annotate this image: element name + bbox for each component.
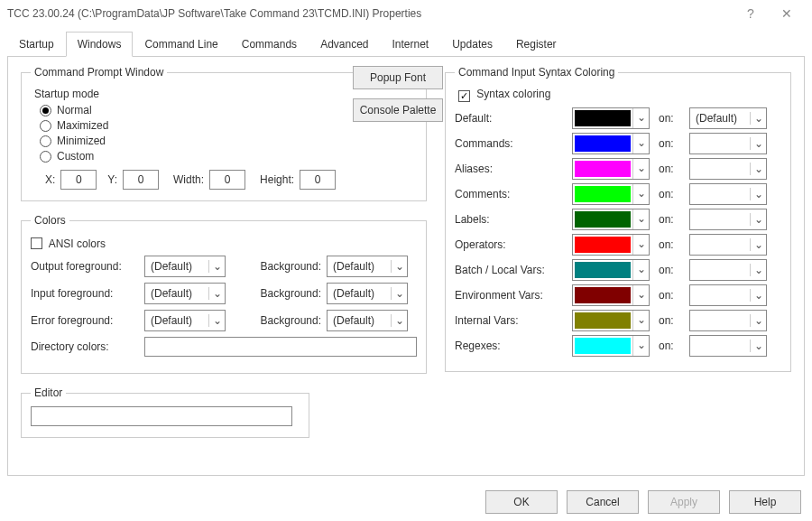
syntax-label: Aliases: [455, 163, 563, 175]
bg-combo[interactable]: (Default)⌄ [327, 310, 408, 331]
tab-commands[interactable]: Commands [230, 32, 309, 57]
fg-color-combo[interactable]: ⌄ [572, 234, 650, 256]
fg-combo[interactable]: (Default)⌄ [144, 310, 226, 331]
width-input[interactable]: 0 [209, 170, 245, 190]
chevron-down-icon: ⌄ [750, 314, 766, 327]
bg-color-combo[interactable]: ⌄ [689, 234, 767, 256]
editor-input[interactable] [31, 406, 292, 426]
help-icon[interactable]: ? [733, 6, 769, 21]
fg-color-combo[interactable]: ⌄ [572, 107, 650, 129]
fg-color-combo[interactable]: ⌄ [572, 259, 650, 281]
height-input[interactable]: 0 [300, 170, 336, 190]
chevron-down-icon: ⌄ [750, 264, 766, 276]
group-syntax-coloring: Command Input Syntax Coloring Syntax col… [445, 66, 791, 372]
syntax-label: Comments: [455, 188, 563, 200]
tab-advanced[interactable]: Advanced [309, 32, 380, 57]
fg-label: Output foreground: [31, 260, 139, 273]
bg-color-combo[interactable]: ⌄ [689, 335, 767, 357]
bg-combo[interactable]: (Default)⌄ [327, 283, 408, 304]
tab-updates[interactable]: Updates [440, 32, 504, 57]
directory-colors-label: Directory colors: [31, 340, 139, 353]
bg-color-combo[interactable]: ⌄ [689, 158, 767, 180]
legend-syntax: Command Input Syntax Coloring [455, 66, 618, 79]
syntax-coloring-label: Syntax coloring [476, 88, 550, 100]
syntax-coloring-checkbox[interactable] [458, 90, 470, 102]
fg-color-combo[interactable]: ⌄ [572, 133, 650, 154]
fg-color-combo[interactable]: ⌄ [572, 158, 650, 180]
fg-color-combo[interactable]: ⌄ [572, 284, 650, 306]
syntax-label: Batch / Local Vars: [455, 264, 563, 276]
bg-color-combo[interactable]: ⌄ [689, 310, 767, 331]
legend-cpw: Command Prompt Window [31, 66, 167, 79]
radio-label: Normal [57, 104, 92, 116]
bg-color-combo[interactable]: (Default)⌄ [689, 107, 767, 129]
fg-label: Error foreground: [31, 314, 139, 327]
bg-color-combo[interactable]: ⌄ [689, 183, 767, 205]
bg-color-combo[interactable]: ⌄ [689, 209, 767, 230]
fg-color-combo[interactable]: ⌄ [572, 183, 650, 205]
chevron-down-icon: ⌄ [208, 287, 225, 300]
ansi-colors-label: ANSI colors [49, 237, 106, 250]
chevron-down-icon: ⌄ [391, 260, 407, 273]
syntax-label: Environment Vars: [455, 289, 563, 302]
ok-button[interactable]: OK [485, 490, 558, 514]
y-label: Y: [107, 173, 117, 186]
x-input[interactable]: 0 [60, 170, 97, 190]
ansi-colors-checkbox[interactable] [31, 237, 42, 249]
help-button[interactable]: Help [729, 490, 801, 514]
close-icon[interactable]: ✕ [769, 6, 805, 21]
chevron-down-icon: ⌄ [750, 238, 766, 251]
tab-register[interactable]: Register [504, 32, 568, 57]
popup-font-button[interactable]: Popup Font [353, 66, 443, 89]
syntax-row: Default:⌄on:(Default)⌄ [455, 107, 781, 129]
chevron-down-icon: ⌄ [632, 184, 649, 204]
on-label: on: [659, 188, 680, 200]
fg-color-combo[interactable]: ⌄ [572, 209, 650, 230]
y-input[interactable]: 0 [123, 170, 159, 190]
bg-color-combo[interactable]: ⌄ [689, 133, 767, 154]
directory-colors-input[interactable] [144, 337, 417, 357]
chevron-down-icon: ⌄ [391, 287, 407, 300]
startup-mode-minimized[interactable]: Minimized [40, 135, 417, 147]
chevron-down-icon: ⌄ [391, 314, 407, 327]
fg-combo[interactable]: (Default)⌄ [144, 283, 226, 304]
apply-button[interactable]: Apply [648, 490, 720, 514]
syntax-row: Regexes:⌄on:⌄ [455, 335, 781, 357]
syntax-label: Commands: [455, 137, 563, 150]
chevron-down-icon: ⌄ [208, 314, 225, 327]
radio-icon [40, 135, 51, 147]
tab-strip: StartupWindowsCommand LineCommandsAdvanc… [7, 31, 805, 56]
on-label: on: [659, 163, 680, 175]
startup-mode-custom[interactable]: Custom [40, 150, 417, 163]
bg-combo[interactable]: (Default)⌄ [327, 256, 408, 277]
fg-combo[interactable]: (Default)⌄ [144, 256, 226, 277]
cancel-button[interactable]: Cancel [567, 490, 639, 514]
chevron-down-icon: ⌄ [632, 285, 649, 305]
chevron-down-icon: ⌄ [208, 260, 225, 273]
syntax-label: Internal Vars: [455, 314, 563, 327]
on-label: on: [659, 137, 680, 150]
syntax-row: Internal Vars:⌄on:⌄ [455, 310, 781, 331]
tab-internet[interactable]: Internet [381, 32, 441, 57]
radio-label: Custom [57, 150, 94, 163]
chevron-down-icon: ⌄ [632, 108, 649, 128]
bg-color-combo[interactable]: ⌄ [689, 284, 767, 306]
group-editor: Editor [21, 386, 309, 438]
width-label: Width: [173, 173, 204, 186]
syntax-row: Comments:⌄on:⌄ [455, 183, 781, 205]
height-label: Height: [260, 173, 294, 186]
console-palette-button[interactable]: Console Palette [353, 98, 443, 122]
radio-icon [40, 151, 51, 163]
chevron-down-icon: ⌄ [750, 163, 766, 175]
tab-panel-windows: Popup Font Console Palette Command Promp… [7, 56, 805, 476]
fg-color-combo[interactable]: ⌄ [572, 335, 650, 357]
syntax-label: Regexes: [455, 340, 563, 352]
bg-color-combo[interactable]: ⌄ [689, 259, 767, 281]
syntax-row: Operators:⌄on:⌄ [455, 234, 781, 256]
tab-command-line[interactable]: Command Line [133, 32, 229, 57]
x-label: X: [45, 173, 55, 186]
chevron-down-icon: ⌄ [632, 311, 649, 330]
tab-startup[interactable]: Startup [7, 32, 66, 57]
tab-windows[interactable]: Windows [66, 32, 134, 57]
fg-color-combo[interactable]: ⌄ [572, 310, 650, 331]
